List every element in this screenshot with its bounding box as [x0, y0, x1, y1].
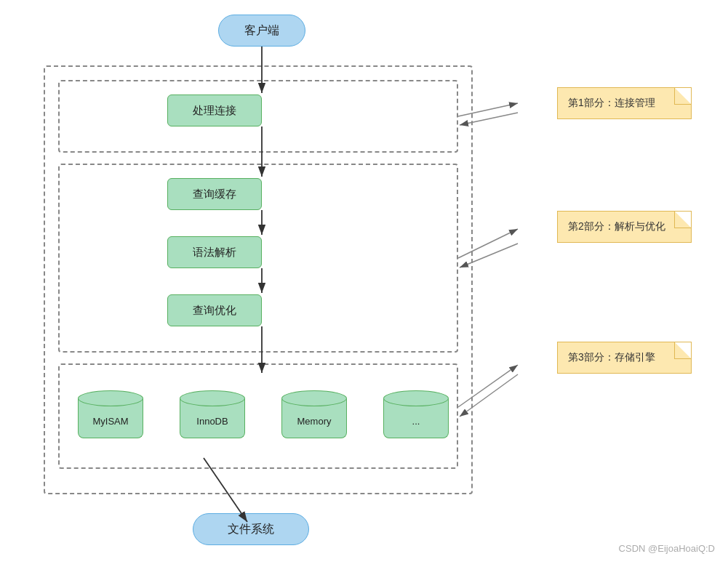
filesystem-node: 文件系统: [193, 513, 309, 545]
note3: 第3部分：存储引擎: [557, 342, 692, 374]
cyl-top-memory: [281, 390, 347, 406]
cylinder-group: MyISAM InnoDB Memory ...: [60, 374, 467, 454]
note3-label: 第3部分：存储引擎: [568, 351, 655, 363]
query-cache-label: 查询缓存: [193, 188, 236, 201]
cylinder-etc: ...: [382, 390, 451, 438]
note1: 第1部分：连接管理: [557, 87, 692, 119]
cylinder-memory: Memory: [280, 390, 349, 438]
filesystem-label: 文件系统: [228, 522, 274, 537]
syntax-parse-label: 语法解析: [193, 246, 236, 260]
diagram: 客户端 处理连接 查询缓存 语法解析 查询优化 MyISAM InnoDB: [0, 0, 728, 567]
note2: 第2部分：解析与优化: [557, 211, 692, 243]
query-optimize-label: 查询优化: [193, 304, 236, 318]
query-cache-node: 查询缓存: [167, 178, 262, 210]
client-label: 客户端: [244, 23, 279, 39]
cylinder-myisam: MyISAM: [76, 390, 145, 438]
cyl-top-myisam: [78, 390, 143, 406]
watermark: CSDN @EijoaHoaiQ:D: [619, 543, 715, 554]
syntax-parse-node: 语法解析: [167, 236, 262, 268]
query-optimize-node: 查询优化: [167, 294, 262, 326]
cyl-top-etc: [383, 390, 449, 406]
cyl-top-innodb: [180, 390, 245, 406]
note2-label: 第2部分：解析与优化: [568, 220, 665, 232]
cylinder-innodb: InnoDB: [178, 390, 247, 438]
client-node: 客户端: [218, 15, 305, 47]
handle-conn-node: 处理连接: [167, 94, 262, 126]
handle-conn-label: 处理连接: [193, 104, 236, 118]
note1-label: 第1部分：连接管理: [568, 97, 655, 108]
